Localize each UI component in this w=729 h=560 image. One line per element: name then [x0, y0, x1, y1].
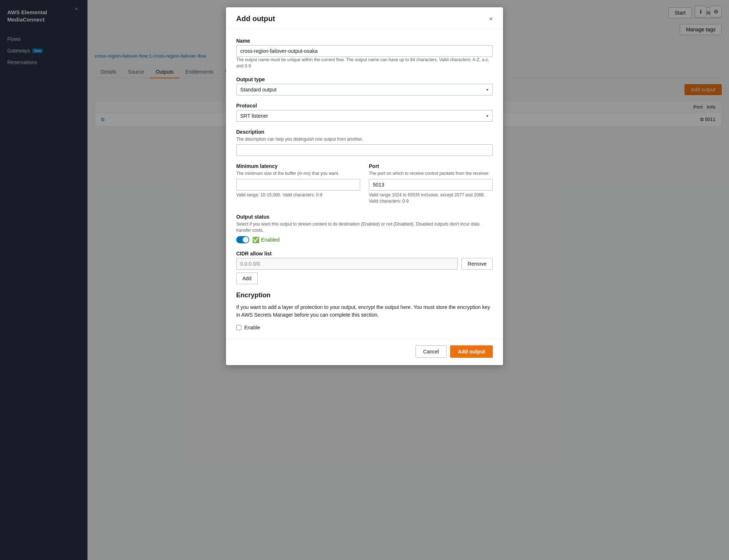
description-hint: The description can help you distinguish… — [236, 136, 493, 142]
toggle-container: ✅ Enabled — [236, 236, 493, 243]
modal-header: Add output × — [226, 7, 503, 29]
port-valid: Valid range 1024 to 65535 inclusive, exc… — [369, 192, 493, 204]
check-circle-icon: ✅ — [252, 236, 260, 243]
encryption-title: Encryption — [236, 291, 493, 299]
modal-body: Name The output name must be unique with… — [226, 29, 503, 339]
output-status-section: Output status Select if you want this ou… — [236, 214, 493, 244]
modal-overlay: Add output × Name The output name must b… — [0, 0, 729, 560]
enable-encryption-checkbox[interactable] — [236, 325, 241, 330]
port-input[interactable] — [369, 179, 493, 191]
protocol-select[interactable]: SRT listener SRT caller RTP RTP-FEC RIST… — [236, 110, 493, 122]
name-hint: The output name must be unique within th… — [236, 57, 493, 69]
cancel-button[interactable]: Cancel — [416, 345, 447, 358]
port-hint: The port on which to receive control pac… — [369, 171, 493, 177]
min-latency-hint: The minimum size of the buffer (in ms) t… — [236, 171, 360, 177]
enable-encryption-label: Enable — [244, 325, 260, 330]
enable-encryption-row: Enable — [236, 325, 493, 330]
modal-footer: Cancel Add output — [226, 339, 503, 365]
port-label: Port — [369, 163, 493, 169]
description-input[interactable] — [236, 144, 493, 156]
name-input[interactable] — [236, 45, 493, 57]
output-type-section: Output type Standard output VPC interfac… — [236, 77, 493, 95]
encryption-desc: If you want to add a layer of protection… — [236, 304, 493, 319]
port-col: Port The port on which to receive contro… — [369, 163, 493, 206]
min-latency-input[interactable] — [236, 179, 360, 191]
latency-port-row: Minimum latency The minimum size of the … — [236, 163, 493, 206]
output-status-label: Output status — [236, 214, 493, 220]
protocol-section: Protocol SRT listener SRT caller RTP RTP… — [236, 103, 493, 122]
output-type-label: Output type — [236, 77, 493, 82]
remove-cidr-button[interactable]: Remove — [461, 258, 493, 270]
encryption-section: Encryption If you want to add a layer of… — [236, 291, 493, 330]
cidr-label: CIDR allow list — [236, 251, 493, 256]
cidr-input[interactable] — [236, 258, 458, 270]
description-label: Description — [236, 129, 493, 135]
min-latency-valid: Valid range: 10-15,000. Valid characters… — [236, 192, 360, 198]
name-label: Name — [236, 38, 493, 44]
description-section: Description The description can help you… — [236, 129, 493, 156]
modal: Add output × Name The output name must b… — [226, 7, 503, 365]
add-cidr-button[interactable]: Add — [236, 273, 258, 284]
output-type-select-wrapper: Standard output VPC interface output — [236, 84, 493, 95]
output-status-toggle[interactable] — [236, 236, 249, 243]
add-output-submit-button[interactable]: Add output — [450, 345, 493, 358]
cidr-section: CIDR allow list Remove Add — [236, 251, 493, 284]
enabled-label: ✅ Enabled — [252, 236, 280, 243]
output-status-hint: Select if you want this output to stream… — [236, 221, 493, 234]
protocol-label: Protocol — [236, 103, 493, 109]
output-type-select[interactable]: Standard output VPC interface output — [236, 84, 493, 95]
min-latency-label: Minimum latency — [236, 163, 360, 169]
protocol-select-wrapper: SRT listener SRT caller RTP RTP-FEC RIST… — [236, 110, 493, 122]
cidr-row: Remove — [236, 258, 493, 270]
min-latency-col: Minimum latency The minimum size of the … — [236, 163, 360, 206]
modal-title: Add output — [236, 15, 275, 23]
modal-close-button[interactable]: × — [489, 16, 493, 22]
name-section: Name The output name must be unique with… — [236, 38, 493, 69]
